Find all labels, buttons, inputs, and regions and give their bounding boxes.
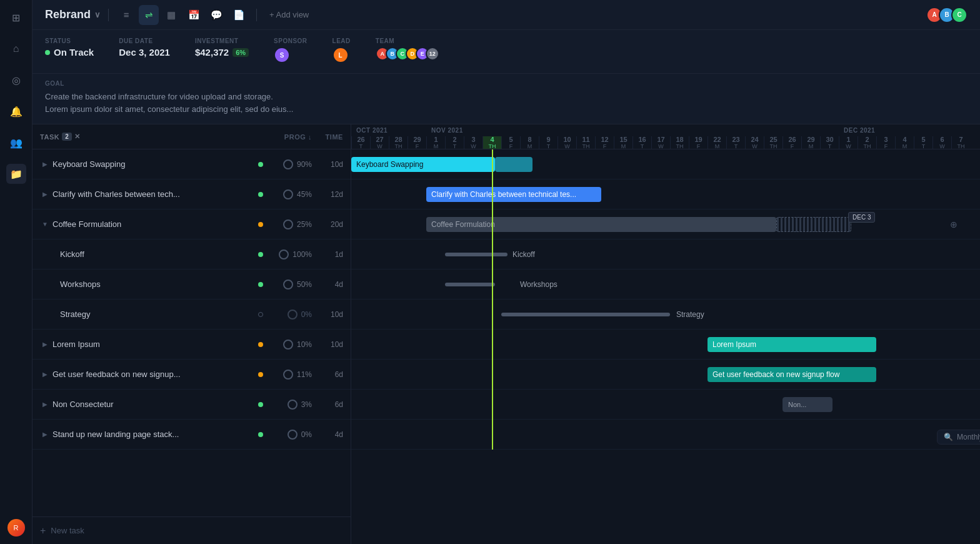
progress-text: 0%	[301, 310, 312, 319]
progress-text: 10%	[297, 340, 312, 349]
filter-icon[interactable]: ⇌	[139, 5, 159, 25]
task-progress: 90%	[268, 159, 312, 169]
expand-icon[interactable]: ▶	[40, 189, 50, 199]
expand-icon[interactable]: ▶	[40, 370, 50, 380]
nov-day-labels: 1M 2T 3W 4TH 5F 8M 9T 10W 11TH 12F 15M 1…	[426, 136, 839, 149]
goal-line2: Lorem ipsum dolor sit amet, consectetur …	[45, 104, 293, 114]
task-time: 10d	[312, 160, 343, 169]
user-avatar[interactable]: R	[8, 519, 25, 536]
task-header: TASK 2 ✕ PROG ↓ TIME	[32, 124, 351, 149]
task-status-dot	[258, 402, 263, 407]
oct-day-labels: 26T 27W 28TH 29F	[351, 136, 426, 149]
add-view-button[interactable]: + Add view	[264, 8, 314, 22]
timeline-header: OCT 2021 26T 27W 28TH 29F NOV 2021 1M	[351, 124, 980, 149]
new-task-plus-icon: +	[40, 525, 46, 536]
new-task-label: New task	[51, 526, 84, 535]
gantt-chart[interactable]: OCT 2021 26T 27W 28TH 29F NOV 2021 1M	[351, 124, 980, 544]
gantt-bar-coffee[interactable]: Coffee Formulation	[426, 217, 776, 232]
title-text: Rebrand	[45, 8, 91, 21]
expand-icon[interactable]: ▶	[40, 159, 50, 169]
gantt-bar-label: Coffee Formulation	[431, 220, 495, 229]
task-time: 20d	[312, 220, 343, 229]
table-row[interactable]: ▶ Kickoff 100% 1d	[32, 239, 351, 269]
sidebar-icon-bell[interactable]: 🔔	[6, 101, 26, 121]
header-divider-2	[256, 9, 257, 21]
day-cell: 30T	[820, 136, 839, 149]
task-badge: 2	[62, 133, 72, 141]
sponsor-label: SPONSOR	[274, 38, 308, 44]
investment-amount: $42,372	[195, 47, 229, 58]
task-time: 6d	[312, 370, 343, 379]
table-row[interactable]: ▶ Non Consectetur 3% 6d	[32, 390, 351, 420]
sidebar-icon-people[interactable]: 👥	[6, 133, 26, 153]
table-row[interactable]: ▶ Strategy 0% 10d	[32, 300, 351, 330]
day-cell: 1W	[839, 136, 858, 149]
day-cell: 6W	[932, 136, 951, 149]
kickoff-label: Kickoff	[512, 250, 535, 259]
task-badge-close[interactable]: ✕	[74, 133, 81, 141]
expand-icon[interactable]: ▶	[40, 400, 50, 410]
chat-icon[interactable]: 💬	[206, 5, 226, 25]
status-item: STATUS On Track	[45, 38, 94, 58]
gantt-inner: OCT 2021 26T 27W 28TH 29F NOV 2021 1M	[351, 124, 980, 450]
table-row[interactable]: ▶ Clarify with Charles between tech... 4…	[32, 179, 351, 209]
month-label-oct: OCT 2021	[351, 124, 426, 136]
team-label: TEAM	[376, 38, 439, 44]
document-icon[interactable]: 📄	[229, 5, 249, 25]
task-name: Clarify with Charles between tech...	[50, 189, 253, 199]
investment-item: INVESTMENT $42,372 6%	[195, 38, 249, 58]
day-cell: 17W	[651, 136, 670, 149]
table-row[interactable]: ▶ Lorem Ipsum 10% 10d	[32, 330, 351, 360]
chart-icon[interactable]: ▦	[161, 5, 181, 25]
table-row[interactable]: ▶ Keyboard Swapping 90% 10d	[32, 149, 351, 179]
due-date-item: DUE DATE Dec 3, 2021	[119, 38, 170, 58]
task-name: Keyboard Swapping	[50, 159, 253, 169]
expand-icon[interactable]: ▼	[40, 219, 50, 229]
month-dec: DEC 2021 1W 2TH 3F 4M 5T 6W 7TH	[839, 124, 970, 149]
dec-badge: DEC 3	[848, 212, 875, 223]
prog-header: PROG ↓	[268, 133, 312, 141]
goal-section: GOAL Create the backend infrastructure f…	[32, 74, 980, 124]
meta-bar: STATUS On Track DUE DATE Dec 3, 2021 INV…	[32, 30, 980, 74]
table-row[interactable]: ▶ Workshops 50% 4d	[32, 269, 351, 300]
table-row[interactable]: ▶ Stand up new landing page stack... 0% …	[32, 420, 351, 450]
gantt-bar-feedback[interactable]: Get user feedback on new signup flow	[708, 367, 876, 382]
gantt-row-10	[351, 420, 980, 450]
task-name: Get user feedback on new signup...	[50, 370, 253, 379]
sidebar-icon-grid[interactable]: ⊞	[6, 8, 26, 28]
table-row[interactable]: ▼ Coffee Formulation 25% 20d	[32, 209, 351, 239]
day-cell: 28TH	[389, 136, 408, 149]
expand-icon[interactable]: ▶	[40, 430, 50, 440]
gantt-container: TASK 2 ✕ PROG ↓ TIME ▶ Keyboard Swapping	[32, 124, 980, 544]
sponsor-item: SPONSOR S	[274, 38, 308, 63]
zoom-label: Monthly	[957, 433, 980, 441]
resize-handle[interactable]: ⊕	[950, 219, 958, 229]
gantt-bar-label: Non...	[788, 401, 806, 408]
calendar-icon[interactable]: 📅	[184, 5, 204, 25]
gantt-bar-non-consectetur[interactable]: Non...	[782, 397, 832, 412]
gantt-bar-label: Lorem Ipsum	[712, 340, 756, 349]
sponsor-value: S	[274, 47, 308, 63]
goal-label: GOAL	[45, 80, 968, 87]
goal-line1: Create the backend infrastructure for vi…	[45, 92, 273, 101]
team-item: TEAM A B C D E 12	[376, 38, 439, 61]
investment-label: INVESTMENT	[195, 38, 249, 44]
sidebar-icon-folder[interactable]: 📁	[6, 164, 26, 184]
expand-icon[interactable]: ▶	[40, 340, 50, 350]
menu-icon[interactable]: ≡	[116, 5, 136, 25]
gantt-bar-clarify[interactable]: Clarify with Charles between technical t…	[426, 187, 601, 202]
sidebar-icon-home[interactable]: ⌂	[6, 39, 26, 59]
gantt-row-3: Coffee Formulation DEC 3 ⊕	[351, 209, 980, 239]
table-row[interactable]: ▶ Get user feedback on new signup... 11%…	[32, 360, 351, 390]
task-time: 1d	[312, 250, 343, 259]
day-cell: 3W	[464, 136, 482, 149]
task-progress: 50%	[268, 280, 312, 290]
task-status-dot	[258, 282, 263, 287]
zoom-control[interactable]: 🔍 Monthly	[937, 430, 980, 445]
sidebar-icon-target[interactable]: ◎	[6, 70, 26, 90]
gantt-bar-keyboard[interactable]: Keyboard Swapping	[351, 157, 495, 172]
task-progress: 25%	[268, 219, 312, 229]
gantt-bar-lorem[interactable]: Lorem Ipsum	[708, 337, 876, 352]
team-avatar-stack: A B C D E 12	[376, 47, 439, 61]
new-task-row[interactable]: + New task	[32, 516, 351, 544]
